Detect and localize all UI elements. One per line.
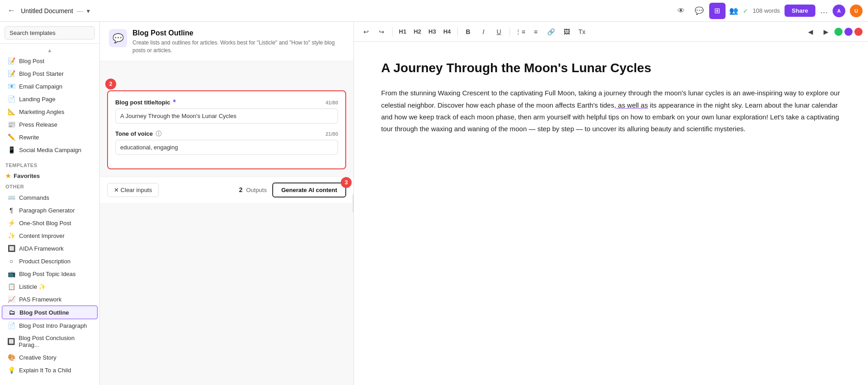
redo-button[interactable]: ↪ (375, 25, 388, 39)
blog-topic-icon: 📺 (7, 270, 15, 277)
templates-header: TEMPLATES (0, 159, 99, 170)
dropdown-button[interactable]: ▾ (87, 7, 90, 15)
link-button[interactable]: 🔗 (544, 25, 558, 39)
sidebar-item-paragraph-generator[interactable]: ¶ Paragraph Generator (2, 204, 98, 217)
generate-button[interactable]: Generate AI content (272, 183, 346, 197)
favorites-section: ★ Favorites (0, 170, 99, 180)
template-icon: 💬 (109, 29, 127, 47)
ul-button[interactable]: ≡ (529, 25, 543, 39)
sidebar-item-label: Blog Post Conclusion Parag... (19, 335, 92, 348)
word-count: 108 words (753, 7, 780, 14)
explain-child-icon: 💡 (7, 366, 15, 374)
title-label-row: Blog post title/topic * 41/80 (115, 99, 338, 107)
sidebar-item-landing-page[interactable]: 📄 Landing Page (2, 93, 98, 105)
toolbar-separator-2 (457, 27, 458, 36)
sidebar-item-listicle[interactable]: 📋 Listicle ✨ (2, 280, 98, 293)
color-dot-purple[interactable] (844, 28, 853, 36)
sidebar-item-blog-conclusion[interactable]: 🔲 Blog Post Conclusion Parag... (2, 332, 98, 351)
blog-intro-icon: 📄 (7, 322, 15, 329)
chat-button[interactable]: 💬 (691, 3, 707, 19)
more-button[interactable]: … (820, 6, 828, 15)
sidebar-item-label: Paragraph Generator (19, 207, 75, 214)
sidebar-item-pas-framework[interactable]: 📈 PAS Framework (2, 293, 98, 306)
h2-button[interactable]: H2 (411, 26, 424, 37)
underline-button[interactable]: U (492, 25, 506, 39)
italic-button[interactable]: I (477, 25, 490, 39)
left-align-button[interactable]: ◀ (804, 25, 817, 39)
template-description: Create lists and outlines for articles. … (132, 39, 344, 54)
document-title: Untitled Document (21, 7, 73, 15)
h3-button[interactable]: H3 (426, 26, 439, 37)
editor-toolbar: ↩ ↪ H1 H2 H3 H4 B I U ⋮≡ ≡ 🔗 🖼 Tx ◀ ▶ (354, 22, 868, 42)
sidebar-item-label: Blog Post Starter (19, 70, 64, 77)
ol-button[interactable]: ⋮≡ (514, 25, 527, 39)
layout-button[interactable]: ⊞ (709, 3, 726, 19)
right-align-button[interactable]: ▶ (819, 25, 833, 39)
image-button[interactable]: 🖼 (560, 25, 574, 39)
h1-button[interactable]: H1 (396, 26, 409, 37)
star-icon: ★ (5, 173, 11, 179)
sidebar-item-one-shot-blog[interactable]: ⚡ One-Shot Blog Post (2, 217, 98, 229)
sidebar-item-press-release[interactable]: 📰 Press Release (2, 118, 98, 131)
sidebar-item-product-description[interactable]: ○ Product Description (2, 255, 98, 267)
info-icon[interactable]: ⓘ (156, 130, 162, 138)
toolbar-right: ◀ ▶ (804, 25, 863, 39)
sidebar-item-explain-child[interactable]: 💡 Explain It To a Child (2, 364, 98, 376)
collapse-handle[interactable]: ‹ (353, 194, 354, 212)
form-bottom: ✕ Clear inputs 2 Outputs Generate AI con… (100, 177, 353, 203)
format-button[interactable]: Tx (575, 25, 589, 39)
article-title: A Journey Through the Moon's Lunar Cycle… (381, 60, 841, 76)
h4-button[interactable]: H4 (441, 26, 454, 37)
top-items-section: ▲ 📝 Blog Post 📝 Blog Post Starter 📧 Emai… (0, 44, 99, 159)
sidebar-item-social-media[interactable]: 📱 Social Media Campaign (2, 143, 98, 156)
topbar-right: 👥 ✓ 108 words Share … A U (729, 5, 863, 17)
editor-panel: ↩ ↪ H1 H2 H3 H4 B I U ⋮≡ ≡ 🔗 🖼 Tx ◀ ▶ (354, 22, 868, 385)
main-layout: ▲ 📝 Blog Post 📝 Blog Post Starter 📧 Emai… (0, 22, 868, 385)
back-button[interactable]: ← (5, 4, 17, 17)
sidebar-item-email-campaign[interactable]: 📧 Email Campaign (2, 80, 98, 93)
search-input[interactable] (5, 26, 95, 39)
bold-button[interactable]: B (461, 25, 475, 39)
sidebar-item-label: Social Media Campaign (19, 147, 81, 153)
marketing-angles-icon: 📐 (7, 108, 15, 115)
outputs-label: Outputs (246, 187, 267, 193)
color-dot-green[interactable] (834, 28, 843, 36)
sidebar-item-label: Email Campaign (19, 83, 62, 90)
sidebar-item-blog-intro[interactable]: 📄 Blog Post Intro Paragraph (2, 319, 98, 332)
sidebar-item-rewrite[interactable]: ✏️ Rewrite (2, 131, 98, 143)
doc-dash: — (77, 7, 83, 15)
sidebar-item-blog-post-starter[interactable]: 📝 Blog Post Starter (2, 67, 98, 80)
pas-icon: 📈 (7, 296, 15, 303)
sidebar-item-blog-post[interactable]: 📝 Blog Post (2, 54, 98, 67)
sidebar-item-creative-story[interactable]: 🎨 Creative Story (2, 351, 98, 364)
sidebar-item-marketing-angles[interactable]: 📐 Marketing Angles (2, 105, 98, 118)
step3-badge: 3 (341, 177, 352, 188)
sidebar-item-blog-post-outline[interactable]: 🗂 Blog Post Outline (2, 306, 98, 319)
sidebar-item-label: Blog Post Topic Ideas (19, 271, 76, 277)
color-dot-red[interactable] (854, 28, 863, 36)
check-icon: ✓ (743, 7, 748, 15)
blog-post-starter-icon: 📝 (7, 70, 15, 77)
clear-button[interactable]: ✕ Clear inputs (107, 183, 159, 197)
sidebar-item-label: Blog Post Intro Paragraph (19, 322, 87, 329)
tone-input[interactable] (115, 140, 338, 155)
share-button[interactable]: Share (785, 5, 815, 17)
sidebar-item-commands[interactable]: ⌨️ Commands (2, 191, 98, 204)
sidebar-item-content-improver[interactable]: ✨ Content Improver (2, 229, 98, 242)
sidebar-item-label: Press Release (19, 121, 58, 128)
undo-button[interactable]: ↩ (359, 25, 373, 39)
content-improver-icon: ✨ (7, 232, 15, 239)
title-input[interactable] (115, 109, 338, 123)
avatar-orange: U (850, 5, 863, 17)
view-button[interactable]: 👁 (673, 3, 689, 19)
sidebar-item-aida[interactable]: 🔲 AIDA Framework (2, 242, 98, 255)
toolbar-separator-1 (392, 27, 392, 36)
sidebar-item-label: AIDA Framework (19, 245, 64, 252)
sidebar-item-blog-topic-ideas[interactable]: 📺 Blog Post Topic Ideas (2, 267, 98, 280)
sidebar-item-label: PAS Framework (19, 296, 62, 303)
scroll-up-arrow[interactable]: ▲ (0, 46, 99, 54)
email-campaign-icon: 📧 (7, 83, 15, 90)
topbar-left: ← Untitled Document — ▾ (5, 4, 669, 17)
aida-icon: 🔲 (7, 245, 15, 252)
toolbar-separator-3 (510, 27, 510, 36)
